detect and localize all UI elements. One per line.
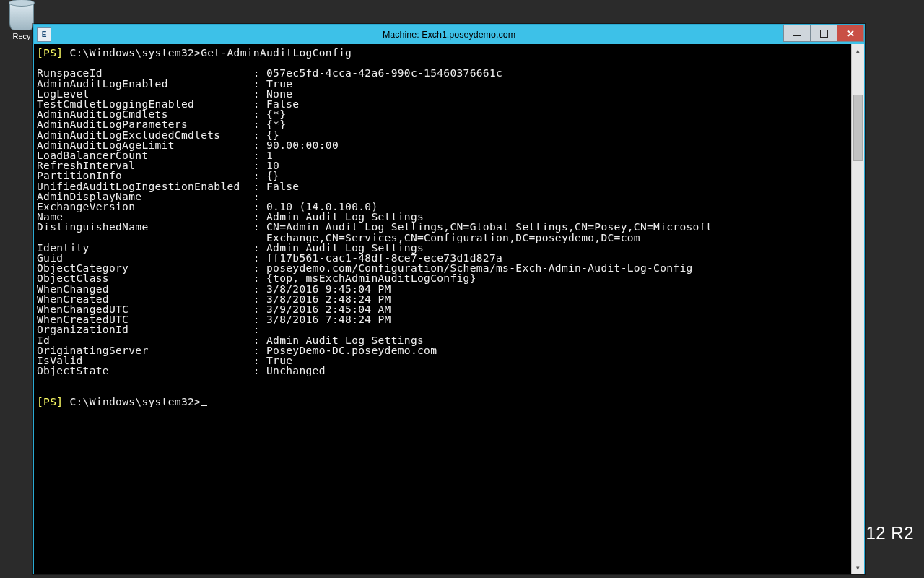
close-icon: ✕ bbox=[847, 28, 855, 39]
os-watermark: 12 R2 bbox=[866, 523, 914, 543]
window-controls: ✕ bbox=[784, 25, 864, 40]
maximize-button[interactable] bbox=[810, 25, 837, 42]
console-area: [PS] C:\Windows\system32>Get-AdminAuditL… bbox=[34, 44, 864, 574]
vertical-scrollbar[interactable]: ▴ ▾ bbox=[851, 44, 864, 574]
minimize-icon bbox=[793, 35, 801, 36]
minimize-button[interactable] bbox=[783, 25, 811, 42]
scroll-down-button[interactable]: ▾ bbox=[852, 561, 864, 574]
close-button[interactable]: ✕ bbox=[837, 25, 864, 42]
console-output[interactable]: [PS] C:\Windows\system32>Get-AdminAuditL… bbox=[34, 44, 851, 574]
maximize-icon bbox=[820, 30, 828, 38]
scroll-up-button[interactable]: ▴ bbox=[852, 44, 864, 56]
window-title: Machine: Exch1.poseydemo.com bbox=[34, 30, 864, 40]
app-icon: E bbox=[37, 27, 51, 42]
scroll-thumb[interactable] bbox=[853, 95, 863, 161]
terminal-window: E Machine: Exch1.poseydemo.com ✕ [PS] C:… bbox=[33, 24, 865, 574]
titlebar[interactable]: E Machine: Exch1.poseydemo.com ✕ bbox=[34, 25, 864, 44]
recycle-bin-icon bbox=[9, 3, 34, 30]
